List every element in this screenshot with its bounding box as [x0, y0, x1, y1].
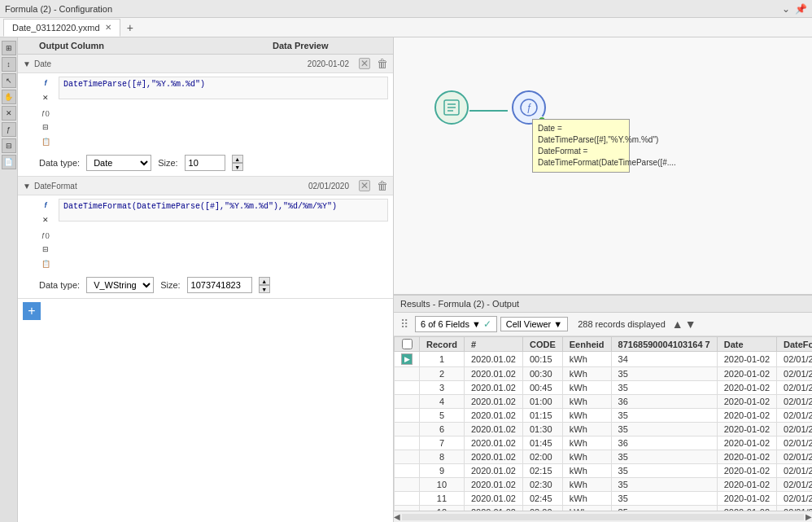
scroll-left-icon[interactable]: ◀ — [394, 512, 400, 521]
sidebar-function-icon[interactable]: ƒ — [2, 122, 16, 137]
row-num-1: 35 — [611, 367, 717, 381]
row-checkbox-8[interactable] — [395, 464, 420, 478]
row-dateformat-1: 02/01/2020 — [777, 367, 812, 381]
datatype-select-dateformat[interactable]: V_WString String WString — [86, 277, 154, 293]
row-record-8: 9 — [420, 464, 465, 478]
sidebar-x-icon[interactable]: ✕ — [2, 106, 16, 121]
sort-down-icon[interactable]: ▼ — [685, 318, 696, 331]
main-area: ⊞ ↕ ↖ ✋ ✕ ƒ ⊟ 📄 Output Column Data Previ… — [0, 37, 812, 522]
row-dateformat-5: 02/01/2020 — [777, 423, 812, 436]
size-input-dateformat[interactable] — [187, 277, 252, 293]
results-table-container[interactable]: Record # CODE Eenheid 87168590004103164 … — [394, 336, 812, 511]
th-code[interactable]: CODE — [522, 337, 562, 352]
datatype-label-dateformat: Data type: — [39, 280, 80, 290]
tab-label: Date_03112020.yxmd — [12, 23, 100, 33]
top-bar-icons: ⌄ 📌 — [782, 3, 807, 15]
tab-date-file[interactable]: Date_03112020.yxmd ✕ — [3, 19, 120, 37]
th-dateformat[interactable]: DateFormat — [777, 337, 812, 352]
size-down-dateformat[interactable]: ▼ — [259, 285, 270, 293]
canvas-area[interactable]: ƒ Date = DateTimeParse([#],"%Y.%m.%d") D… — [394, 37, 812, 294]
size-up-date[interactable]: ▲ — [232, 155, 243, 163]
th-record[interactable]: Record — [420, 337, 465, 352]
row-checkbox-6[interactable] — [395, 436, 420, 450]
fields-selector[interactable]: 6 of 6 Fields ▼ ✓ — [415, 316, 497, 332]
row-checkbox-1[interactable] — [395, 367, 420, 381]
formula-icon-doc2[interactable]: 📋 — [39, 257, 52, 270]
size-input-date[interactable]: 10 — [185, 155, 225, 171]
pin-icon[interactable]: 📌 — [795, 3, 807, 15]
horizontal-scrollbar[interactable] — [402, 514, 804, 520]
sidebar-cursor-icon[interactable]: ↖ — [2, 73, 16, 88]
row-preview-dateformat: 02/01/2020 — [308, 182, 349, 191]
row-code-0: 00:15 — [522, 352, 562, 367]
sidebar-arrow-icon[interactable]: ↕ — [2, 57, 16, 72]
row-close-dateformat[interactable]: ✕ — [359, 180, 370, 191]
formula-icon-f2[interactable]: f — [39, 199, 52, 212]
formula-icon-doc[interactable]: 📋 — [39, 135, 52, 148]
row-checkbox-2[interactable] — [395, 381, 420, 395]
chevron-down-icon[interactable]: ⌄ — [782, 3, 790, 15]
row-code-10: 02:45 — [522, 492, 562, 506]
row-delete-dateformat[interactable]: 🗑 — [377, 179, 388, 192]
sidebar-hand-icon[interactable]: ✋ — [2, 90, 16, 104]
row-close-date[interactable]: ✕ — [359, 58, 370, 69]
row-checkbox-7[interactable] — [395, 450, 420, 464]
th-hash[interactable]: # — [464, 337, 522, 352]
row-delete-date[interactable]: 🗑 — [377, 57, 388, 70]
row-checkbox-3[interactable] — [395, 395, 420, 409]
size-down-date[interactable]: ▼ — [232, 163, 243, 171]
row-arrow-dateformat[interactable]: ▼ — [23, 182, 31, 191]
row-checkbox-10[interactable] — [395, 492, 420, 506]
formula-icon-x2[interactable]: ✕ — [39, 213, 52, 226]
sidebar-doc-icon[interactable]: 📄 — [2, 155, 16, 169]
formula-icon-table[interactable]: ⊟ — [39, 121, 52, 134]
row-arrow-date[interactable]: ▼ — [23, 59, 31, 68]
row-checkbox-4[interactable] — [395, 409, 420, 423]
th-number[interactable]: 87168590004103164 7 — [611, 337, 717, 352]
row-eenheid-8: kWh — [562, 464, 611, 478]
scroll-right-icon[interactable]: ▶ — [805, 512, 812, 521]
formula-icon-fn[interactable]: ƒ() — [39, 106, 52, 119]
datatype-select-date[interactable]: Date DateTime String — [86, 155, 151, 171]
formula-text-dateformat[interactable]: DateTimeFormat(DateTimeParse([#],"%Y.%m.… — [59, 199, 388, 222]
table-row: 7 2020.01.02 01:45 kWh 36 2020-01-02 02/… — [395, 436, 813, 450]
row-record-1: 2 — [420, 367, 465, 381]
row-date-10: 2020-01-02 — [717, 492, 776, 506]
sidebar-grid-icon[interactable]: ⊞ — [2, 41, 16, 55]
tab-add-button[interactable]: + — [120, 20, 140, 36]
th-checkbox[interactable] — [395, 337, 420, 352]
sidebar-table-icon[interactable]: ⊟ — [2, 138, 16, 153]
th-eenheid[interactable]: Eenheid — [562, 337, 611, 352]
row-date-7: 2020-01-02 — [717, 450, 776, 464]
datatype-row-dateformat: Data type: V_WString String WString Size… — [18, 274, 393, 298]
formula-icon-table2[interactable]: ⊟ — [39, 243, 52, 256]
th-date[interactable]: Date — [717, 337, 776, 352]
config-section: Output Column Data Preview ▼ Date 2020-0… — [18, 37, 393, 522]
formula-text-date[interactable]: DateTimeParse([#],"%Y.%m.%d") — [59, 77, 388, 99]
row-dateformat-2: 02/01/2020 — [777, 381, 812, 395]
row-hash-1: 2020.01.02 — [464, 367, 522, 381]
row-label-dateformat: DateFormat — [34, 181, 305, 191]
row-num-5: 35 — [611, 423, 717, 436]
row-eenheid-10: kWh — [562, 492, 611, 506]
row-date-2: 2020-01-02 — [717, 381, 776, 395]
row-checkbox-9[interactable] — [395, 478, 420, 492]
config-top-bar: Formula (2) - Configuration ⌄ 📌 — [0, 0, 812, 18]
sort-up-icon[interactable]: ▲ — [672, 318, 683, 331]
size-up-dateformat[interactable]: ▲ — [259, 277, 270, 285]
tab-close-icon[interactable]: ✕ — [105, 23, 111, 32]
add-row-button[interactable]: + — [23, 302, 41, 320]
row-date-9: 2020-01-02 — [717, 478, 776, 492]
formula-icon-x[interactable]: ✕ — [39, 91, 52, 104]
formula-icon-fn2[interactable]: ƒ() — [39, 228, 52, 241]
select-all-checkbox[interactable] — [402, 339, 413, 349]
cell-viewer-selector[interactable]: Cell Viewer ▼ — [500, 317, 568, 331]
results-panel: Results - Formula (2) - Output ⠿ 6 of 6 … — [394, 294, 812, 522]
row-checkbox-0[interactable]: ▶ — [395, 352, 420, 367]
formula-icon-f[interactable]: f — [39, 77, 52, 90]
drag-handle-icon: ⠿ — [400, 318, 408, 331]
node-input[interactable] — [434, 90, 469, 125]
row-label-date: Date — [34, 59, 304, 68]
left-panel: Output Column Data Preview ▼ Date 2020-0… — [18, 37, 394, 522]
row-checkbox-5[interactable] — [395, 423, 420, 436]
